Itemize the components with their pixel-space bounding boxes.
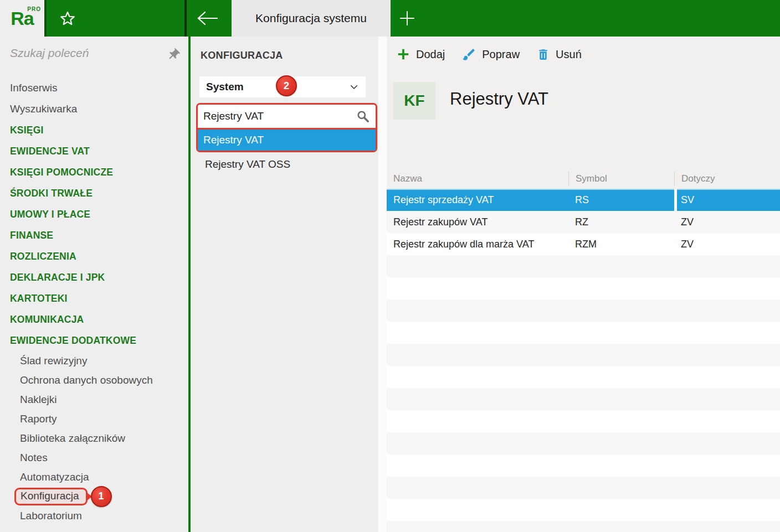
table-cell[interactable] [568,255,674,277]
sidebar-item-ochrona-danych-osobowych[interactable]: Ochrona danych osobowych [0,370,188,390]
table-cell[interactable]: RZM [568,233,674,255]
column-header-nazwa[interactable]: Nazwa [387,172,568,185]
table-cell[interactable] [568,432,674,454]
table-cell[interactable] [674,277,780,299]
sidebar-item-środki-trwałe[interactable]: ŚRODKI TRWAŁE [0,183,188,204]
table-empty-row[interactable] [387,454,780,477]
table-row[interactable]: Rejestr sprzedaży VATRSSV [387,189,780,211]
sidebar-item-ewidencje-dodatkowe[interactable]: EWIDENCJE DODATKOWE [0,330,188,351]
table-cell[interactable] [568,410,674,432]
table-cell[interactable]: Rejestr zakupów dla marża VAT [387,233,568,255]
config-list-item-rejestry-vat[interactable]: Rejestry VAT [198,130,376,151]
table-empty-row[interactable] [387,277,780,299]
sidebar-item-rozliczenia[interactable]: ROZLICZENIA [0,246,188,267]
table-cell[interactable] [387,432,568,454]
table-cell[interactable]: RZ [568,211,674,233]
table-cell[interactable] [387,322,568,344]
new-tab-button[interactable] [394,8,420,29]
table-empty-row[interactable] [387,366,780,388]
table-cell[interactable] [674,322,780,344]
back-button[interactable] [194,8,222,29]
table-cell[interactable]: Rejestr sprzedaży VAT [387,189,568,211]
table-cell[interactable] [387,521,568,532]
table-empty-row[interactable] [387,344,780,366]
table-empty-row[interactable] [387,255,780,277]
table-cell[interactable]: SV [674,189,780,211]
table-cell[interactable] [387,366,568,388]
table-cell[interactable]: Rejestr zakupów VAT [387,211,568,233]
table-cell[interactable] [568,322,674,344]
sidebar-item-komunikacja[interactable]: KOMUNIKACJA [0,309,188,330]
tab-konfiguracja-systemu[interactable]: Konfiguracja systemu [232,0,391,37]
sidebar-item-raporty[interactable]: Raporty [0,409,188,428]
sidebar-item-księgi-pomocnicze[interactable]: KSIĘGI POMOCNICZE [0,162,188,183]
table-cell[interactable] [674,432,780,454]
sidebar-item-umowy-i-płace[interactable]: UMOWY I PŁACE [0,204,188,225]
config-search-input[interactable]: Rejestry VAT [196,103,377,130]
table-cell[interactable] [387,454,568,477]
table-cell[interactable] [674,521,780,532]
config-list-item-rejestry-vat-oss[interactable]: Rejestry VAT OSS [198,155,370,174]
table-cell[interactable] [387,344,568,366]
sidebar-item-ślad-rewizyjny[interactable]: Ślad rewizyjny [0,351,188,370]
table-empty-row[interactable] [387,499,780,521]
table-cell[interactable] [387,299,568,322]
sidebar-item-finanse[interactable]: FINANSE [0,225,188,246]
sidebar-item-konfiguracja[interactable]: Konfiguracja1 [0,487,188,506]
sidebar-item-wyszukiwarka[interactable]: Wyszukiwarka [0,99,188,120]
annotated-item-label[interactable]: Konfiguracja [14,488,88,505]
table-empty-row[interactable] [387,322,780,344]
sidebar-item-infoserwis[interactable]: Infoserwis [0,78,188,99]
sidebar-item-laboratorium[interactable]: Laboratorium [0,506,188,525]
table-cell[interactable] [387,477,568,499]
delete-button[interactable]: Usuń [536,48,582,61]
table-cell[interactable] [674,499,780,521]
sidebar-item-biblioteka-załączników[interactable]: Biblioteka załączników [0,428,188,448]
table-cell[interactable] [674,344,780,366]
sidebar-item-notes[interactable]: Notes [0,448,188,467]
table-cell[interactable] [568,299,674,322]
sidebar-item-ewidencje-vat[interactable]: EWIDENCJE VAT [0,141,188,162]
table-cell[interactable] [568,388,674,410]
table-cell[interactable] [387,277,568,299]
table-cell[interactable] [568,344,674,366]
table-cell[interactable] [568,521,674,532]
sidebar-item-naklejki[interactable]: Naklejki [0,390,188,409]
add-button[interactable]: Dodaj [396,47,445,61]
column-header-symbol[interactable]: Symbol [568,172,674,185]
sidebar-item-automatyzacja[interactable]: Automatyzacja [0,467,188,487]
command-search[interactable]: Szukaj poleceń [0,37,188,71]
table-empty-row[interactable] [387,521,780,532]
table-cell[interactable] [568,499,674,521]
table-cell[interactable] [674,477,780,499]
table-cell[interactable]: RS [568,189,674,211]
table-cell[interactable]: ZV [674,211,780,233]
column-header-dotyczy[interactable]: Dotyczy [674,172,780,185]
table-empty-row[interactable] [387,299,780,322]
table-cell[interactable] [674,454,780,477]
table-cell[interactable] [568,277,674,299]
table-empty-row[interactable] [387,477,780,499]
table-cell[interactable] [674,366,780,388]
table-empty-row[interactable] [387,388,780,410]
table-row[interactable]: Rejestr zakupów VATRZZV [387,211,780,233]
sidebar-item-księgi[interactable]: KSIĘGI [0,120,188,141]
favorites-button[interactable] [57,8,79,29]
table-empty-row[interactable] [387,432,780,454]
table-row[interactable]: Rejestr zakupów dla marża VATRZMZV [387,233,780,255]
table-cell[interactable] [674,410,780,432]
table-cell[interactable] [568,477,674,499]
table-cell[interactable] [674,388,780,410]
table-cell[interactable] [674,255,780,277]
sidebar-item-kartoteki[interactable]: KARTOTEKI [0,288,188,309]
table-cell[interactable] [674,299,780,322]
sidebar-item-deklaracje-i-jpk[interactable]: DEKLARACJE I JPK [0,267,188,288]
edit-button[interactable]: Popraw [461,47,520,62]
table-cell[interactable] [387,255,568,277]
table-cell[interactable] [387,499,568,521]
table-cell[interactable]: ZV [674,233,780,255]
table-cell[interactable] [387,388,568,410]
table-cell[interactable] [568,454,674,477]
table-cell[interactable] [387,410,568,432]
app-logo[interactable]: RaPRO [0,0,47,37]
